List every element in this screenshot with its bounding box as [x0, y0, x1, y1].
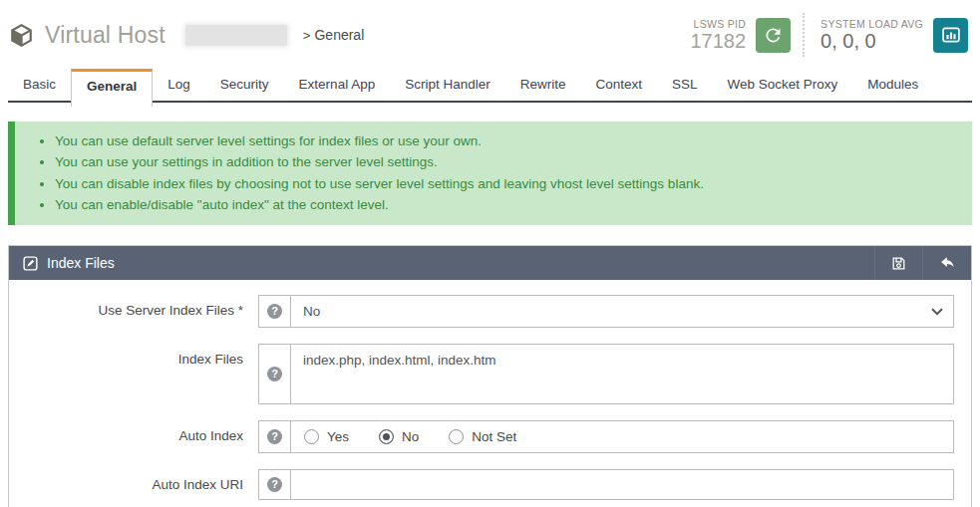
tab-script-handler[interactable]: Script Handler: [390, 69, 505, 101]
system-load-block: SYSTEM LOAD AVG 0, 0, 0: [820, 18, 923, 52]
tab-general[interactable]: General: [71, 69, 153, 107]
app-header: Virtual Host >General LSWS PID 17182 SYS…: [0, 0, 980, 68]
panel-title: Index Files: [47, 255, 115, 271]
radio-icon: [449, 429, 464, 444]
tab-basic[interactable]: Basic: [8, 69, 71, 101]
index-files-textarea[interactable]: index.php, index.html, index.htm: [290, 344, 954, 404]
auto-index-uri-input[interactable]: [290, 469, 954, 500]
server-stats: LSWS PID 17182 SYSTEM LOAD AVG 0, 0, 0: [690, 13, 968, 57]
radio-icon: [304, 429, 319, 444]
field-label: Index Files: [9, 344, 258, 367]
auto-index-radio-group: Yes No Not Set: [290, 420, 954, 453]
virtual-host-cube-icon: [8, 22, 35, 49]
tab-context[interactable]: Context: [580, 69, 657, 101]
bar-chart-icon: [941, 25, 961, 45]
info-item: You can use default server level setting…: [55, 130, 954, 151]
edit-icon: [22, 255, 39, 272]
help-button-use-server-index-files[interactable]: ?: [258, 295, 291, 328]
breadcrumb: >General: [303, 27, 364, 43]
lsws-pid-value: 17182: [690, 30, 746, 52]
tab-external-app[interactable]: External App: [284, 69, 391, 101]
page-title: Virtual Host: [45, 22, 165, 49]
tab-modules[interactable]: Modules: [852, 69, 933, 101]
info-item: You can enable/disable "auto index" at t…: [55, 194, 954, 215]
breadcrumb-separator: >: [303, 28, 311, 43]
lsws-pid-block: LSWS PID 17182: [690, 18, 746, 52]
radio-label: No: [402, 429, 419, 444]
form-row-index-files: Index Files ? index.php, index.html, ind…: [9, 344, 971, 404]
use-server-index-files-select[interactable]: No: [290, 295, 954, 328]
system-load-label: SYSTEM LOAD AVG: [820, 18, 923, 30]
field-label: Auto Index URI: [9, 469, 258, 492]
tab-security[interactable]: Security: [205, 69, 284, 101]
info-box: You can use default server level setting…: [8, 122, 972, 225]
form-row-use-server-index-files: Use Server Index Files * ? No: [9, 295, 971, 328]
breadcrumb-current: General: [314, 27, 364, 43]
tab-web-socket-proxy[interactable]: Web Socket Proxy: [713, 69, 853, 101]
tab-ssl[interactable]: SSL: [657, 69, 713, 101]
lsws-pid-label: LSWS PID: [690, 18, 746, 30]
real-time-stats-button[interactable]: [933, 18, 968, 53]
radio-icon: [379, 429, 394, 444]
info-item: You can use your settings in addition to…: [55, 151, 954, 172]
undo-icon: [938, 254, 956, 272]
tab-bar: Basic General Log Security External App …: [8, 68, 972, 103]
restart-server-button[interactable]: [756, 18, 791, 53]
form-row-auto-index-uri: Auto Index URI ?: [9, 469, 971, 500]
help-button-index-files[interactable]: ?: [258, 344, 291, 404]
help-icon: ?: [267, 429, 282, 444]
redacted-vhost-name: [185, 25, 287, 46]
help-icon: ?: [267, 304, 282, 319]
field-label: Use Server Index Files *: [9, 295, 258, 318]
radio-option-no[interactable]: No: [379, 429, 419, 444]
undo-button[interactable]: [922, 246, 971, 280]
radio-option-not-set[interactable]: Not Set: [449, 429, 516, 444]
index-files-form: Use Server Index Files * ? No Index File…: [9, 280, 971, 507]
radio-option-yes[interactable]: Yes: [304, 429, 349, 444]
tab-log[interactable]: Log: [153, 69, 205, 101]
stats-divider: [803, 13, 805, 57]
help-icon: ?: [267, 367, 282, 381]
save-button[interactable]: [874, 246, 922, 280]
system-load-value: 0, 0, 0: [820, 30, 923, 52]
save-icon: [890, 255, 907, 272]
form-row-auto-index: Auto Index ? Yes N: [9, 420, 971, 453]
info-list: You can use default server level setting…: [33, 130, 954, 215]
radio-label: Yes: [327, 429, 349, 444]
index-files-panel-header: Index Files: [9, 246, 971, 280]
page-title-area: Virtual Host >General: [8, 22, 364, 49]
help-icon: ?: [267, 477, 282, 492]
info-item: You can disable index files by choosing …: [55, 173, 954, 194]
field-label: Auto Index: [9, 420, 258, 443]
index-files-panel: Index Files Use Server Index Files *: [8, 245, 972, 507]
help-button-auto-index-uri[interactable]: ?: [258, 469, 291, 500]
refresh-icon: [763, 25, 784, 46]
tab-rewrite[interactable]: Rewrite: [505, 69, 581, 101]
help-button-auto-index[interactable]: ?: [258, 420, 291, 453]
radio-label: Not Set: [472, 429, 516, 444]
